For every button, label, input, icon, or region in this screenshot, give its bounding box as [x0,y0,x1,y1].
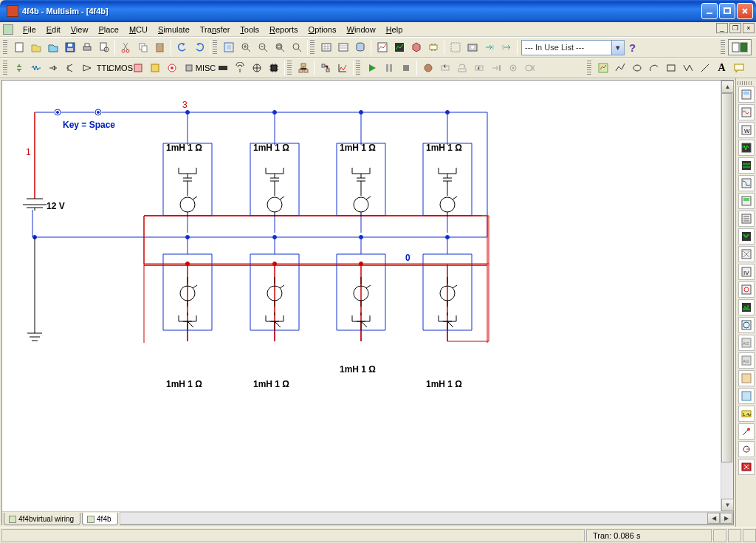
new-button[interactable] [10,39,27,55]
menu-place[interactable]: Place [93,24,124,35]
run-button[interactable] [363,60,380,76]
open-example-button[interactable] [44,39,61,55]
toolbar-grip[interactable] [587,61,591,75]
menu-edit[interactable]: Edit [41,24,66,35]
step-over-button[interactable] [453,60,470,76]
window-minimize-button[interactable] [701,3,718,19]
scroll-thumb[interactable] [721,93,732,462]
print-button[interactable] [78,39,95,55]
zoom-out-button[interactable] [254,39,271,55]
agilent-mm-button[interactable]: AG [738,352,755,369]
toolbar-grip[interactable] [356,61,360,75]
tab-virtual-wiring[interactable]: 4f4bvirtual wiring [4,513,80,525]
horizontal-scrollbar[interactable]: ◀ ▶ [120,512,733,525]
menu-help[interactable]: Help [381,24,408,35]
menu-file[interactable]: File [18,24,41,35]
transfer-to-pcb-button[interactable] [728,39,752,55]
scroll-down-arrow[interactable]: ▼ [721,499,734,511]
logic-analyzer-button[interactable] [738,228,755,245]
zoom-fit-button[interactable] [288,39,305,55]
toolbar-grip[interactable] [310,40,315,55]
remove-breakpoints-button[interactable] [521,60,538,76]
pause-at-button[interactable] [419,60,436,76]
tab-4f4b[interactable]: 4f4b [82,513,117,525]
menu-view[interactable]: View [66,24,94,35]
toolbar-grip[interactable] [721,40,725,55]
window-close-button[interactable] [737,3,753,19]
place-hierarchical-button[interactable] [295,60,312,76]
redo-button[interactable] [190,39,207,55]
polyline-tool-button[interactable] [611,60,628,76]
iv-analyzer-button[interactable]: IV [738,264,755,280]
distortion-analyzer-button[interactable] [738,281,755,298]
mdi-close-button[interactable]: × [743,23,755,33]
toolbar-grip[interactable] [3,61,7,75]
menu-transfer[interactable]: Transfer [195,24,236,35]
oscilloscope-button[interactable] [738,140,755,156]
spectrum-analyzer-button[interactable] [738,299,755,315]
mdi-minimize-button[interactable]: _ [716,23,728,33]
schematic-canvas[interactable]: Key = Space 1 3 0 12 V 1mH 1 Ω 1mH 1 Ω 1… [2,81,721,511]
vertical-scrollbar[interactable]: ▲ ▼ [721,81,733,511]
elvis-button[interactable] [738,459,755,475]
run-to-cursor-button[interactable] [487,60,504,76]
place-analog-button[interactable] [78,60,95,76]
ellipse-tool-button[interactable] [628,60,645,76]
scroll-left-arrow[interactable]: ◀ [707,513,720,524]
measurement-probe-button[interactable] [738,423,755,440]
bode-plotter-button[interactable] [738,175,755,191]
agilent-scope-button[interactable] [738,370,755,386]
agilent-fgen-button[interactable]: AG [738,335,755,351]
tek-scope-button[interactable] [738,388,755,404]
capture-button[interactable] [464,39,481,55]
scroll-right-arrow[interactable]: ▶ [720,513,732,524]
place-electromech-button[interactable] [248,60,265,76]
undo-button[interactable] [173,39,190,55]
place-mcu-button[interactable] [265,60,282,76]
pause-button[interactable] [380,60,397,76]
menu-options[interactable]: Options [303,24,342,35]
four-channel-scope-button[interactable] [738,157,755,174]
place-junction-button[interactable] [334,60,351,76]
graphic-tool-button[interactable] [594,60,611,76]
place-misc-digital-button[interactable] [129,60,146,76]
toolbar-grip[interactable] [287,61,292,75]
menu-tools[interactable]: Tools [235,24,264,35]
database-button[interactable] [351,39,368,55]
grapher-button[interactable] [374,39,391,55]
postprocess-button[interactable] [391,39,408,55]
cut-button[interactable] [117,39,134,55]
analysis-button[interactable] [408,39,425,55]
help-button[interactable]: ? [629,41,636,54]
menu-simulate[interactable]: Simulate [153,24,195,35]
place-diode-button[interactable] [44,60,61,76]
back-annotate-button[interactable] [481,39,498,55]
place-mixed-button[interactable] [146,60,163,76]
wattmeter-button[interactable]: W [738,122,755,138]
print-preview-button[interactable] [95,39,112,55]
toolbar-grip[interactable] [213,40,217,55]
step-into-button[interactable] [436,60,453,76]
full-screen-button[interactable] [220,39,237,55]
in-use-list-dropdown[interactable]: --- In Use List --- ▾ [521,40,625,55]
step-out-button[interactable] [470,60,487,76]
paste-button[interactable] [151,39,168,55]
stop-button[interactable] [397,60,414,76]
place-bus-button[interactable] [317,60,334,76]
toolbar-grip[interactable] [3,40,7,55]
logic-converter-button[interactable] [738,246,755,262]
current-probe-button[interactable] [738,441,755,457]
place-cmos-button[interactable]: CMOS [112,60,129,76]
arc-tool-button[interactable] [645,60,662,76]
window-maximize-button[interactable] [719,3,735,19]
place-transistor-button[interactable] [61,60,78,76]
multimeter-button[interactable] [738,86,755,103]
place-misc-button[interactable]: MISC [197,60,214,76]
spreadsheet-button[interactable] [317,39,334,55]
place-rf-button[interactable] [231,60,248,76]
text-tool-button[interactable]: A [713,60,730,76]
place-advanced-button[interactable] [214,60,231,76]
copy-button[interactable] [134,39,151,55]
component-wizard-button[interactable] [425,39,441,55]
menu-reports[interactable]: Reports [264,24,303,35]
